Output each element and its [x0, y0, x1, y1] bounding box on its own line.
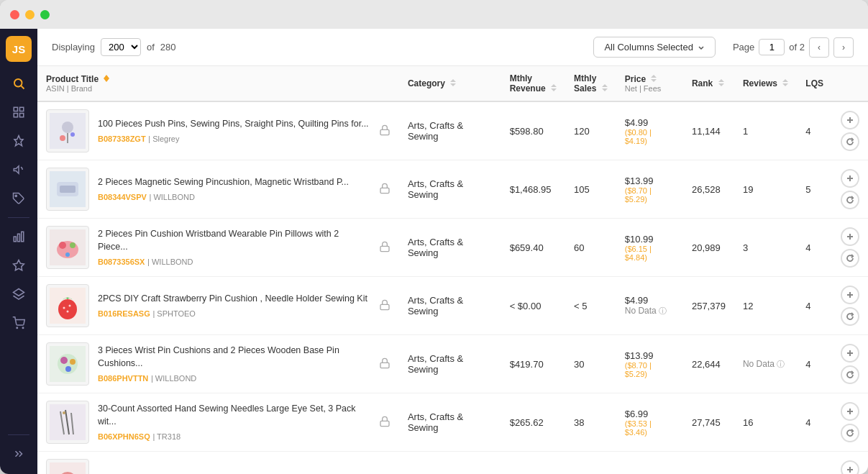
lock-icon: [379, 416, 390, 429]
header-category[interactable]: Category: [399, 66, 501, 101]
product-thumbnail: [46, 109, 89, 152]
product-meta: B087338ZGT | Slegrey: [98, 133, 370, 144]
actions-cell: [832, 393, 868, 452]
header-revenue[interactable]: MthlyRevenue: [501, 66, 565, 101]
next-page-button[interactable]: ›: [833, 37, 854, 58]
revenue-cell: $419.70: [501, 335, 565, 393]
product-asin[interactable]: B086PHVTTN: [98, 374, 148, 383]
no-data-price: No Data ⓘ: [625, 306, 675, 316]
product-asin[interactable]: B0873356SX: [98, 257, 145, 266]
svg-rect-9: [22, 232, 24, 242]
svg-point-43: [59, 242, 66, 249]
table-row: 2PCS DIY Craft Strawberry Pin Cushion , …: [37, 277, 868, 335]
sidebar-item-megaphone[interactable]: [6, 157, 32, 183]
svg-rect-38: [380, 188, 389, 193]
refresh-button[interactable]: [841, 307, 859, 326]
refresh-button[interactable]: [841, 424, 859, 442]
add-button[interactable]: [841, 169, 859, 188]
product-thumbnail: [46, 459, 89, 474]
rank-cell: 26,528: [683, 160, 734, 219]
lock-icon: [379, 299, 390, 313]
product-info: 2PCS DIY Craft Strawberry Pin Cushion , …: [98, 293, 370, 319]
category-cell: Arts, Crafts & Sewing: [399, 277, 501, 335]
header-rank[interactable]: Rank: [683, 66, 734, 101]
header-price[interactable]: Price Net | Fees: [616, 66, 683, 101]
product-meta: B086PHVTTN | WILLBOND: [98, 373, 370, 383]
svg-marker-10: [14, 289, 24, 296]
product-meta: B016RESASG | SPHTOEO: [98, 308, 370, 319]
sidebar-item-layers[interactable]: [6, 281, 32, 307]
product-cell-2: 2 Pieces Magnetic Sewing Pincushion, Mag…: [37, 160, 399, 219]
product-brand: | SPHTOEO: [152, 309, 196, 318]
sidebar-item-chart[interactable]: [6, 224, 32, 250]
add-button[interactable]: [841, 402, 859, 421]
page-label: Page: [733, 42, 754, 53]
reviews-value: 1: [743, 126, 748, 137]
main-content: Displaying 200 100 50 of 280 All Columns…: [37, 29, 868, 474]
table-container: Product Title ASIN | Brand Category Mthl…: [37, 66, 868, 474]
header-reviews[interactable]: Reviews: [734, 66, 797, 101]
product-thumbnail: [46, 284, 89, 327]
add-button[interactable]: [841, 460, 859, 474]
sales-cell: 105: [565, 160, 616, 219]
product-title: 2 Pieces Magnetic Sewing Pincushion, Mag…: [98, 176, 370, 189]
svg-point-59: [60, 357, 68, 364]
no-data-reviews: No Data ⓘ: [743, 359, 785, 369]
product-asin[interactable]: B016RESASG: [98, 309, 150, 318]
refresh-button[interactable]: [841, 249, 859, 268]
svg-rect-2: [14, 107, 17, 111]
price-cell: $10.99: [616, 452, 683, 475]
of-pages-label: of 2: [789, 42, 805, 53]
sidebar-item-search[interactable]: [6, 70, 32, 96]
prev-page-button[interactable]: ‹: [809, 37, 829, 58]
add-button[interactable]: [841, 286, 859, 304]
svg-rect-70: [380, 421, 389, 426]
refresh-button[interactable]: [841, 132, 859, 151]
add-button[interactable]: [841, 344, 859, 363]
sidebar-item-star[interactable]: [6, 252, 32, 278]
add-button[interactable]: [841, 227, 859, 246]
minimize-dot[interactable]: [25, 10, 35, 19]
per-page-select[interactable]: 200 100 50: [101, 38, 141, 56]
columns-button[interactable]: All Columns Selected: [593, 37, 716, 58]
product-title: 2PCS DIY Craft Strawberry Pin Cushion , …: [98, 293, 370, 306]
titlebar: [0, 0, 868, 29]
sidebar-bottom-divider: [8, 434, 29, 435]
sidebar-logo: JS: [6, 36, 32, 62]
app-window: JS: [0, 0, 868, 474]
product-asin[interactable]: B087338ZGT: [98, 135, 146, 143]
price-cell: $4.99 No Data ⓘ: [616, 277, 683, 335]
page-input[interactable]: [759, 39, 785, 55]
maximize-dot[interactable]: [40, 10, 50, 19]
add-button[interactable]: [841, 111, 859, 129]
reviews-value: 16: [743, 417, 753, 428]
reviews-value: 19: [743, 184, 753, 195]
svg-point-11: [17, 327, 18, 329]
sales-cell: 30: [565, 335, 616, 393]
product-asin[interactable]: B08344VSPV: [98, 193, 147, 201]
product-cell-6: 30-Count Assorted Hand Sewing Needles La…: [37, 393, 399, 452]
sidebar-item-cart[interactable]: [6, 310, 32, 336]
header-product[interactable]: Product Title ASIN | Brand: [37, 66, 399, 101]
sidebar-item-tag[interactable]: [6, 186, 32, 211]
revenue-cell: $265.62: [501, 393, 565, 452]
svg-marker-19: [602, 84, 608, 87]
svg-marker-16: [450, 83, 456, 86]
product-thumbnail: [46, 401, 89, 444]
header-sales[interactable]: MthlySales: [565, 66, 616, 101]
product-thumbnail: [46, 226, 89, 269]
price-main: $6.99: [625, 409, 675, 419]
sidebar-item-grid[interactable]: [6, 99, 32, 125]
lock-icon: [379, 357, 390, 371]
product-meta: B06XPHN6SQ | TR318: [98, 431, 370, 442]
sidebar-item-expand[interactable]: [6, 441, 32, 467]
refresh-button[interactable]: [841, 191, 859, 209]
product-asin[interactable]: B06XPHN6SQ: [98, 432, 150, 441]
close-dot[interactable]: [10, 10, 19, 19]
table-header-row: Product Title ASIN | Brand Category Mthl…: [37, 66, 868, 101]
reviews-value: 12: [743, 301, 753, 311]
refresh-button[interactable]: [841, 365, 859, 384]
sidebar-item-pin[interactable]: [6, 128, 32, 154]
product-cell-5: 3 Pieces Wrist Pin Cushions and 2 Pieces…: [37, 335, 399, 393]
category-cell: Arts, Crafts & Sewing: [399, 160, 501, 219]
